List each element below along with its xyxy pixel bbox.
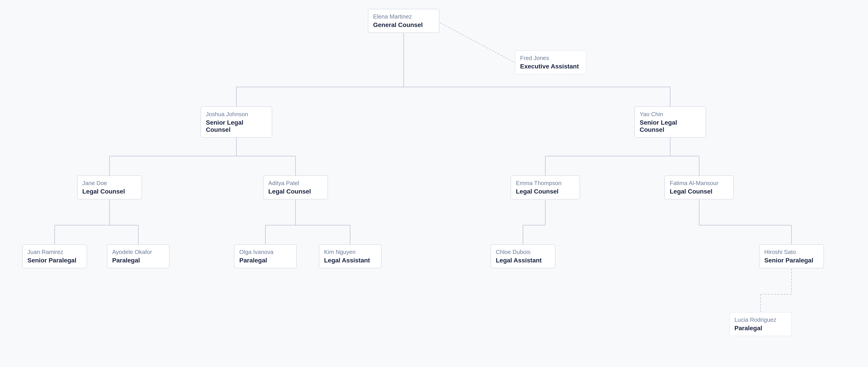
node-joshua[interactable]: Joshua Johnson Senior Legal Counsel: [201, 106, 272, 137]
aditya-name: Aditya Patel: [268, 180, 323, 187]
olga-name: Olga Ivanova: [239, 249, 291, 255]
fred-name: Fred Jones: [520, 55, 581, 62]
ayodele-title: Paralegal: [112, 257, 164, 264]
olga-title: Paralegal: [239, 257, 291, 264]
node-lucia[interactable]: Lucia Rodriguez Paralegal: [729, 312, 792, 336]
kim-title: Legal Assistant: [324, 257, 376, 264]
joshua-title: Senior Legal Counsel: [206, 119, 267, 133]
node-elena[interactable]: Elena Martinez General Counsel: [368, 9, 439, 33]
node-fred[interactable]: Fred Jones Executive Assistant: [515, 51, 586, 74]
node-yao[interactable]: Yao Chin Senior Legal Counsel: [634, 106, 706, 137]
elena-title: General Counsel: [373, 22, 434, 29]
emma-name: Emma Thompson: [516, 180, 575, 187]
chloe-title: Legal Assistant: [496, 257, 550, 264]
node-ayodele[interactable]: Ayodele Okafor Paralegal: [107, 244, 169, 268]
node-juan[interactable]: Juan Ramirez Senior Paralegal: [22, 244, 87, 268]
hiroshi-title: Senior Paralegal: [764, 257, 819, 264]
fatima-title: Legal Counsel: [670, 188, 728, 195]
node-chloe[interactable]: Chloe Dubois Legal Assistant: [491, 244, 555, 268]
yao-title: Senior Legal Counsel: [640, 119, 701, 133]
chloe-name: Chloe Dubois: [496, 249, 550, 255]
fred-title: Executive Assistant: [520, 63, 581, 70]
kim-name: Kim Nguyen: [324, 249, 376, 255]
yao-name: Yao Chin: [640, 111, 701, 118]
elena-name: Elena Martinez: [373, 13, 434, 20]
node-hiroshi[interactable]: Hiroshi Sato Senior Paralegal: [759, 244, 824, 268]
hiroshi-name: Hiroshi Sato: [764, 249, 819, 255]
node-olga[interactable]: Olga Ivanova Paralegal: [234, 244, 297, 268]
juan-name: Juan Ramirez: [27, 249, 82, 255]
fatima-name: Fatima Al-Mansour: [670, 180, 728, 187]
emma-title: Legal Counsel: [516, 188, 575, 195]
ayodele-name: Ayodele Okafor: [112, 249, 164, 255]
lucia-name: Lucia Rodriguez: [735, 316, 786, 323]
node-fatima[interactable]: Fatima Al-Mansour Legal Counsel: [664, 176, 734, 199]
juan-title: Senior Paralegal: [27, 257, 82, 264]
jane-name: Jane Doe: [82, 180, 137, 187]
node-aditya[interactable]: Aditya Patel Legal Counsel: [263, 176, 328, 199]
node-kim[interactable]: Kim Nguyen Legal Assistant: [319, 244, 381, 268]
node-emma[interactable]: Emma Thompson Legal Counsel: [511, 176, 580, 199]
node-jane[interactable]: Jane Doe Legal Counsel: [77, 176, 142, 199]
aditya-title: Legal Counsel: [268, 188, 323, 195]
joshua-name: Joshua Johnson: [206, 111, 267, 118]
org-chart: Elena Martinez General Counsel Fred Jone…: [0, 0, 868, 367]
lucia-title: Paralegal: [735, 325, 786, 332]
svg-line-1: [437, 21, 515, 63]
jane-title: Legal Counsel: [82, 188, 137, 195]
